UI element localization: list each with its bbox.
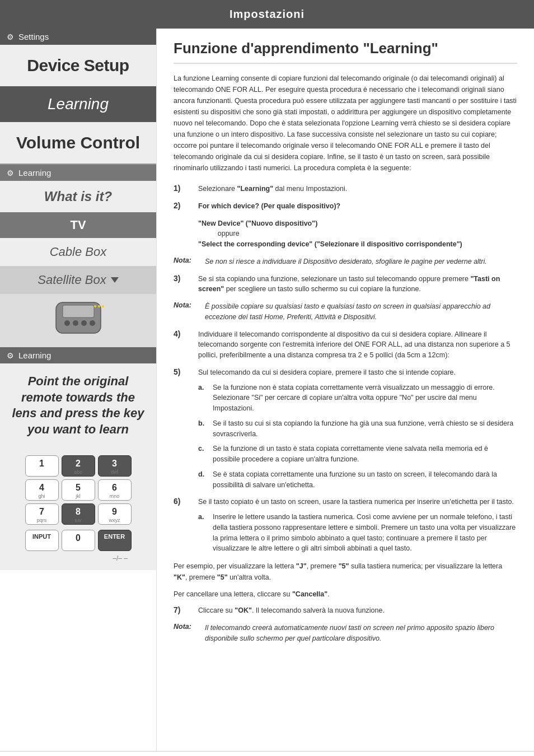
sidebar-numpad: 1 2abc 3def 4ghi 5jkl 6mno: [0, 447, 156, 570]
step-4-num: 4): [174, 329, 189, 338]
sidebar-remote-image: [0, 294, 156, 347]
step-5b: b. Se il tasto su cui si sta copiando la…: [198, 418, 517, 440]
note-2-content: È possibile copiare su qualsiasi tasto e…: [205, 301, 517, 323]
step-5d-content: Se è stata copiata correttamente una fun…: [213, 469, 517, 491]
step-1-content: Selezionare "Learning" dal menu Impostaz…: [198, 184, 517, 194]
sidebar-learning-sub-label: Learning: [18, 168, 51, 178]
step-4: 4) Individuare il telecomando corrispond…: [174, 329, 517, 361]
svg-point-5: [90, 320, 95, 326]
numpad-grid: 1 2abc 3def 4ghi 5jkl 6mno: [25, 455, 132, 525]
sidebar-what-is-it-label: What is it?: [44, 189, 112, 204]
numpad-key-2[interactable]: 2abc: [62, 455, 95, 477]
step-6a-label: a.: [198, 512, 207, 554]
content-title: Funzione d'apprendimento "Learning": [174, 40, 517, 64]
step-5a: a. Se la funzione non è stata copiata co…: [198, 382, 517, 414]
svg-point-4: [81, 320, 87, 326]
page-header: Impostazioni: [0, 0, 534, 29]
sidebar-learning-main-label: Learning: [48, 95, 109, 113]
svg-point-6: [94, 305, 96, 307]
gear-icon-sub: ⚙: [7, 169, 14, 178]
note-2-label: Nota:: [174, 301, 196, 309]
step-7-num: 7): [174, 605, 189, 614]
note-3: Nota: Il telecomando creerà automaticame…: [174, 623, 517, 644]
step-5: 5) Sul telecomando da cui si desidera co…: [174, 367, 517, 491]
numpad-key-5[interactable]: 5jkl: [62, 479, 95, 501]
note-1: Nota: Se non si riesce a individuare il …: [174, 256, 517, 267]
step-4-content: Individuare il telecomando corrispondent…: [198, 329, 517, 361]
sidebar-tv-label: TV: [70, 218, 86, 232]
sidebar-learning-sub[interactable]: ⚙ Learning: [0, 165, 156, 181]
sidebar-volume-control[interactable]: Volume Control: [0, 122, 156, 164]
note-1-label: Nota:: [174, 256, 196, 264]
numpad-key-6[interactable]: 6mno: [98, 479, 132, 501]
note-3-label: Nota:: [174, 623, 196, 631]
svg-point-2: [64, 320, 70, 326]
numpad-key-0[interactable]: 0: [62, 530, 95, 551]
numpad-key-7[interactable]: 7pqrs: [25, 503, 59, 525]
step-5a-label: a.: [198, 382, 207, 414]
step-6-num: 6): [174, 497, 189, 506]
step-3: 3) Se si sta copiando una funzione, sele…: [174, 274, 517, 295]
step-5a-content: Se la funzione non è stata copiata corre…: [213, 382, 517, 414]
note-2: Nota: È possibile copiare su qualsiasi t…: [174, 301, 517, 323]
step-5c-content: Se la funzione di un tasto è stata copia…: [213, 444, 517, 465]
sidebar-settings-label: Settings: [18, 32, 49, 41]
content-para-2: Per cancellare una lettera, cliccare su …: [174, 589, 517, 600]
gear-icon: ⚙: [7, 32, 14, 41]
step-2-content: For which device? (Per quale dispositivo…: [198, 201, 517, 212]
sidebar-learning-bottom-label: Learning: [18, 351, 51, 360]
step-6: 6) Se il tasto copiato è un tasto on scr…: [174, 497, 517, 554]
sidebar-settings-bar[interactable]: ⚙ Settings: [0, 29, 156, 45]
step-6a-content: Inserire le lettere usando la tastiera n…: [213, 512, 517, 554]
step-6-content: Se il tasto copiato è un tasto on screen…: [198, 497, 517, 554]
step-5d: d. Se è stata copiata correttamente una …: [198, 469, 517, 491]
step-5c-label: c.: [198, 444, 207, 465]
sidebar-learning-instruction: Point the original remote towards the le…: [12, 374, 144, 436]
step-5-num: 5): [174, 367, 189, 376]
remote-svg: [39, 300, 118, 342]
numpad-key-9[interactable]: 9wxyz: [98, 503, 132, 525]
step-7-content: Cliccare su "OK". Il telecomando salverà…: [198, 605, 517, 616]
step-2-num: 2): [174, 201, 189, 210]
sidebar-learning-main[interactable]: Learning: [0, 86, 156, 122]
sidebar-what-is-it[interactable]: What is it?: [0, 181, 156, 212]
step-5b-label: b.: [198, 418, 207, 440]
step-5-content: Sul telecomando da cui si desidera copia…: [198, 367, 517, 491]
sidebar-cable-box-label: Cable Box: [50, 245, 107, 259]
step-2-sub-content: "New Device" ("Nuovo dispositivo") oppur…: [198, 218, 517, 250]
step-3-content: Se si sta copiando una funzione, selezio…: [198, 274, 517, 295]
numpad-key-4[interactable]: 4ghi: [25, 479, 59, 501]
numpad-key-input[interactable]: INPUT: [25, 530, 59, 551]
gear-icon-bottom: ⚙: [7, 351, 14, 360]
sidebar-satellite-box-label: Satellite Box: [38, 273, 106, 287]
step-1-num: 1): [174, 184, 189, 193]
page-footer: WWW.ONEFORALL.COM 13: [0, 751, 534, 756]
step-6a: a. Inserire le lettere usando la tastier…: [198, 512, 517, 554]
step-2: 2) For which device? (Per quale disposit…: [174, 201, 517, 212]
numpad-bottom-grid: INPUT 0 ENTER: [25, 530, 132, 551]
note-3-content: Il telecomando creerà automaticamente nu…: [205, 623, 517, 644]
sidebar-tv[interactable]: TV: [0, 212, 156, 238]
numpad-key-1[interactable]: 1: [25, 455, 59, 477]
sidebar-learning-text: Point the original remote towards the le…: [0, 363, 156, 447]
main-content: Funzione d'apprendimento "Learning" La f…: [157, 29, 534, 751]
numpad-key-enter[interactable]: ENTER: [98, 530, 132, 551]
svg-point-3: [73, 320, 78, 326]
sidebar-learning-bottom[interactable]: ⚙ Learning: [0, 347, 156, 363]
numpad-key-8[interactable]: 8tuv: [62, 503, 95, 525]
step-5c: c. Se la funzione di un tasto è stata co…: [198, 444, 517, 465]
svg-rect-1: [63, 305, 94, 318]
numpad-dash-label: –/– –: [26, 554, 130, 562]
step-5d-label: d.: [198, 469, 207, 491]
note-1-content: Se non si riesce a individuare il Dispos…: [205, 256, 487, 267]
sidebar-satellite-box[interactable]: Satellite Box: [0, 266, 156, 294]
sidebar-cable-box[interactable]: Cable Box: [0, 238, 156, 266]
svg-point-8: [102, 305, 104, 307]
svg-point-7: [98, 305, 100, 307]
step-3-num: 3): [174, 274, 189, 283]
sidebar-device-setup[interactable]: Device Setup: [0, 45, 156, 86]
sidebar-device-setup-label: Device Setup: [27, 56, 129, 74]
step-5b-content: Se il tasto su cui si sta copiando la fu…: [213, 418, 517, 440]
numpad-key-3[interactable]: 3def: [98, 455, 132, 477]
step-7: 7) Cliccare su "OK". Il telecomando salv…: [174, 605, 517, 616]
